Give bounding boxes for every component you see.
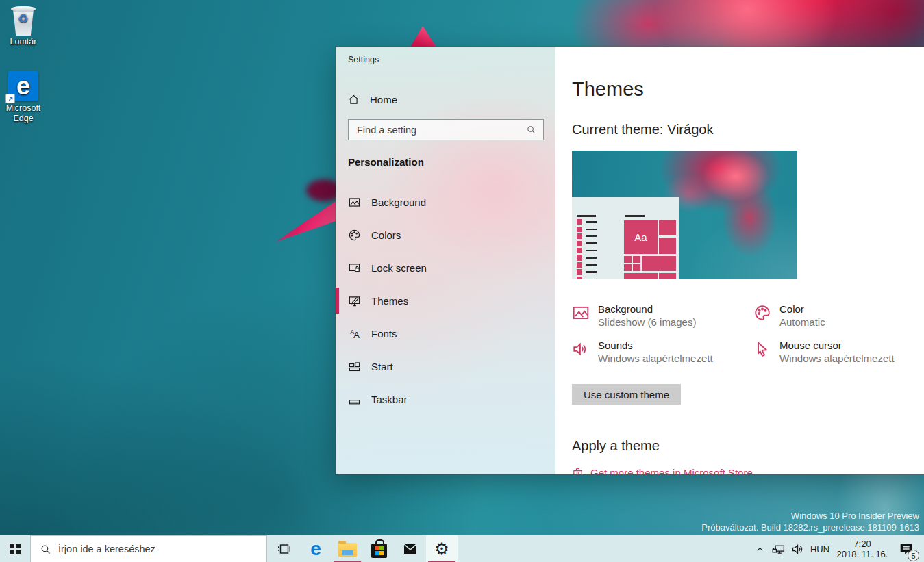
microsoft-store-icon [371,544,387,558]
desktop-icon-recycle-bin[interactable]: ♻ Lomtár [0,4,47,47]
sidebar-item-home[interactable]: Home [348,90,397,109]
taskbar: e ⚙ HUN 7:20 2018. 11. 16. [0,535,924,562]
apply-theme-heading: Apply a theme [572,438,660,454]
detail-label: Color [779,303,825,316]
taskbar-file-explorer-button[interactable] [332,535,363,562]
detail-color: Color Automatic [753,303,924,329]
wallpaper-petal-top [410,26,437,47]
settings-search-input[interactable] [349,125,526,136]
windows-logo-icon [10,544,21,554]
action-center-button[interactable]: 5 [892,535,921,562]
system-tray: HUN 7:20 2018. 11. 16. 5 [751,535,924,562]
taskbar-mail-button[interactable] [395,535,426,562]
sidebar-item-label: Colors [371,229,401,241]
detail-value: Slideshow (6 images) [598,316,696,329]
settings-search-box[interactable] [348,119,544,140]
taskbar-edge-button[interactable]: e [300,535,332,562]
recycle-bin-icon: ♻ [10,4,36,36]
tray-show-hidden-icons-button[interactable] [751,535,769,562]
sidebar-section-personalization: Personalization [348,156,424,168]
taskbar-icons: e ⚙ [269,535,458,562]
sidebar-item-colors[interactable]: Colors [336,218,555,251]
detail-background: Background Slideshow (6 images) [572,303,750,329]
desktop-icon-microsoft-edge[interactable]: e Microsoft Edge [0,71,47,124]
sidebar-item-fonts[interactable]: AA Fonts [336,317,555,350]
sidebar-item-background[interactable]: Background [336,186,555,218]
detail-value: Automatic [779,316,825,329]
store-bag-icon [572,467,584,474]
notification-badge: 5 [908,550,919,561]
cursor-icon [753,339,771,365]
taskbar-settings-button[interactable]: ⚙ [426,535,458,562]
store-link-label: Get more themes in Microsoft Store [590,467,753,474]
task-view-button[interactable] [269,535,300,562]
sidebar-item-taskbar[interactable]: Taskbar [336,383,555,416]
taskbar-icon [348,393,361,406]
insider-watermark: Windows 10 Pro Insider Preview Próbavált… [701,511,919,533]
preview-tile-aa: Aa [624,220,658,254]
sidebar-item-label: Lock screen [371,262,427,274]
taskbar-search-input[interactable] [58,544,266,554]
edge-icon: e [310,539,321,559]
search-icon [526,125,536,135]
themes-icon [348,294,361,307]
gear-icon: ⚙ [434,541,449,557]
start-tiles-icon [348,360,361,373]
image-icon [572,303,590,329]
palette-icon [753,303,771,329]
sidebar-item-label: Themes [371,295,408,307]
sidebar-item-label: Fonts [371,328,397,340]
sidebar-item-themes[interactable]: Themes [336,284,555,317]
file-explorer-icon [338,543,357,557]
sidebar-item-label: Taskbar [371,394,408,405]
tray-volume-button[interactable] [788,535,807,562]
sidebar-item-label: Start [371,361,393,372]
detail-label: Sounds [598,339,713,352]
page-title: Themes [572,78,644,101]
desktop-icon-label: Microsoft Edge [0,103,47,124]
network-icon [771,542,786,557]
search-icon [40,544,51,555]
taskbar-store-button[interactable] [363,535,395,562]
sidebar-nav: Background Colors Lock screen Themes AA … [336,186,555,416]
shortcut-arrow-icon [5,94,15,103]
settings-window: Settings Home Personalization Background… [336,47,924,474]
recycle-symbol-icon: ♻ [10,14,36,24]
desktop-icon-label: Lomtár [0,37,47,47]
watermark-line2: Próbaváltozat. Build 18282.rs_prerelease… [701,522,919,534]
theme-preview-start-menu: Aa [572,197,679,279]
get-more-themes-link[interactable]: Get more themes in Microsoft Store [572,467,753,474]
taskbar-search-box[interactable] [30,535,267,562]
window-title: Settings [348,55,379,64]
fonts-icon: AA [348,328,361,340]
edge-icon: e [8,71,38,101]
current-theme-heading: Current theme: Virágok [572,122,713,138]
watermark-line1: Windows 10 Pro Insider Preview [701,511,919,522]
tray-language-indicator[interactable]: HUN [807,535,833,562]
detail-label: Mouse cursor [779,339,895,352]
tray-clock[interactable]: 7:20 2018. 11. 16. [833,535,892,562]
palette-icon [348,229,361,242]
speaker-icon [572,339,590,365]
theme-preview-image: Aa [572,151,797,279]
sidebar-item-start[interactable]: Start [336,350,555,383]
use-custom-theme-button[interactable]: Use custom theme [572,384,681,405]
clock-time: 7:20 [853,539,871,550]
mail-icon [402,541,419,557]
wallpaper-petal [273,194,345,244]
chevron-up-icon [755,544,765,554]
detail-value: Windows alapértelmezett [779,352,895,365]
image-icon [348,196,361,209]
settings-sidebar: Settings Home Personalization Background… [336,47,555,474]
home-icon [348,94,360,105]
settings-content: Themes Current theme: Virágok Aa [555,47,924,474]
lock-screen-icon [348,261,361,274]
detail-value: Windows alapértelmezett [598,352,713,365]
tray-network-button[interactable] [769,535,788,562]
start-button[interactable] [0,535,30,562]
speaker-icon [790,542,805,557]
home-label: Home [370,94,397,105]
detail-mouse-cursor: Mouse cursor Windows alapértelmezett [753,339,924,365]
clock-date: 2018. 11. 16. [837,549,888,560]
sidebar-item-lock-screen[interactable]: Lock screen [336,251,555,284]
